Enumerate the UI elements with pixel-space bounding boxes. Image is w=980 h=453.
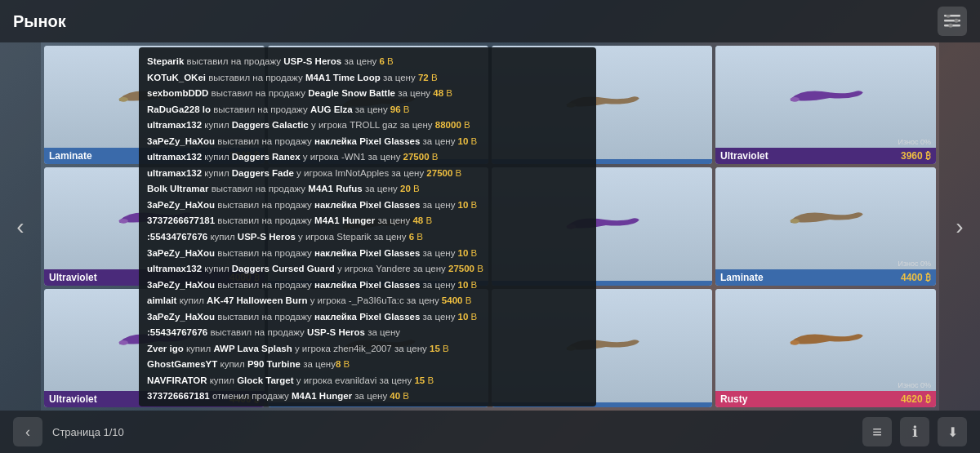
log-suffix: за цену — [368, 152, 403, 162]
footer-download-button[interactable]: ⬇ — [938, 417, 967, 446]
log-currency: В — [452, 168, 461, 178]
log-currency: В — [400, 391, 409, 401]
card-footer: Rusty 4620 ₿ — [715, 391, 936, 407]
log-item: M4A1 Hunger — [314, 215, 375, 225]
log-action: купил — [204, 120, 231, 130]
svg-point-14 — [118, 340, 127, 345]
log-currency: В — [440, 344, 449, 353]
svg-point-13 — [790, 219, 799, 224]
log-price: 15 — [430, 344, 440, 353]
activity-log[interactable]: Steparik выставил на продажу USP-S Heros… — [139, 47, 596, 406]
log-suffix: за цену — [374, 232, 409, 242]
log-entry: NAVFIRATOR купил Glock Target у игрока e… — [147, 373, 588, 389]
log-action: купил — [210, 375, 237, 385]
log-price: 20 — [400, 184, 411, 193]
log-action: выставил на продажу — [212, 88, 309, 98]
log-price: 10 — [458, 136, 469, 146]
card-price: 3960 ₿ — [901, 150, 931, 162]
log-price: 27500 — [448, 264, 474, 273]
log-entry: 3737266677181 выставил на продажу M4A1 H… — [147, 213, 588, 229]
log-entry: Steparik выставил на продажу USP-S Heros… — [147, 54, 588, 70]
log-price: 40 — [390, 391, 400, 401]
log-currency: В — [443, 88, 452, 98]
log-middle: у игрока Steparik — [298, 232, 371, 242]
prev-arrow[interactable]: ‹ — [0, 42, 41, 411]
log-actor: 373726667181 — [147, 391, 210, 401]
log-suffix: за цену — [383, 73, 418, 82]
log-price: 5400 — [442, 295, 463, 305]
log-currency: В — [401, 104, 410, 114]
log-action: выставил на продажу — [187, 56, 284, 66]
log-item: M4A1 Hunger — [292, 391, 352, 401]
footer-right: ≡ ℹ ⬇ — [862, 417, 967, 446]
footer: ‹ Страница 1/10 ≡ ℹ ⬇ — [0, 411, 980, 453]
log-item: USP-S Heros — [307, 327, 365, 337]
log-action: купил — [204, 264, 231, 273]
log-actor: 3737266677181 — [147, 215, 215, 225]
market-card[interactable]: Износ 0% Laminate 4400 ₿ — [715, 167, 936, 286]
log-actor: NAVFIRATOR — [147, 375, 207, 385]
log-suffix: за цену — [365, 184, 400, 193]
log-entry: sexbombDDD выставил на продажу Deagle Sn… — [147, 86, 588, 102]
log-price: 15 — [414, 375, 425, 385]
market-card[interactable]: Износ 0% Rusty 4620 ₿ — [715, 289, 936, 407]
log-suffix: за цену — [423, 200, 458, 210]
log-price: 10 — [458, 280, 469, 290]
log-item: наклейка Pixel Glasses — [314, 200, 420, 210]
log-actor: ultramax132 — [147, 152, 202, 162]
header-filter-button[interactable] — [938, 7, 967, 36]
log-currency: В — [411, 184, 420, 193]
knife-image — [742, 82, 910, 113]
footer-prev-button[interactable]: ‹ — [13, 417, 42, 446]
svg-point-5 — [949, 24, 953, 28]
log-item: AWP Lava Splash — [213, 344, 292, 353]
card-name: Ultraviolet — [720, 150, 768, 162]
log-suffix: за цену — [391, 168, 426, 178]
log-actor: ultramax132 — [147, 168, 202, 178]
log-item: Daggers Fade — [232, 168, 294, 178]
market-card[interactable]: Износ 0% Ultraviolet 3960 ₿ — [715, 46, 936, 164]
log-entry: KOTuK_OKei выставил на продажу M4A1 Time… — [147, 70, 588, 87]
log-item: M4A1 Rufus — [308, 184, 362, 193]
log-middle: у игрока -WN1 — [303, 152, 366, 162]
log-entry: 3aPeZy_HaXou выставил на продажу наклейк… — [147, 278, 588, 294]
log-item: наклейка Pixel Glasses — [314, 136, 420, 146]
log-entry: :55434767676 выставил на продажу USP-S H… — [147, 325, 588, 341]
log-actor: ultramax132 — [147, 264, 202, 273]
log-middle: у игрока Yandere — [337, 264, 411, 273]
log-actor: RaDuGa228 lo — [147, 104, 211, 114]
log-item: P90 Turbine — [247, 359, 301, 369]
log-action: отменил продажу — [212, 391, 292, 401]
log-suffix: за цену — [423, 248, 458, 258]
log-action: купил — [220, 359, 247, 369]
log-actor: 3aPeZy_HaXou — [147, 136, 215, 146]
log-item: AK-47 Halloween Burn — [207, 295, 307, 305]
card-wear: Износ 0% — [898, 381, 931, 389]
log-actor: Steparik — [147, 56, 184, 66]
header: Рынок — [0, 0, 980, 42]
log-action: выставил на продажу — [217, 200, 314, 210]
footer-info-button[interactable]: ℹ — [900, 417, 929, 446]
log-price: 10 — [458, 248, 469, 258]
log-currency: В — [468, 280, 477, 290]
log-entry: 3aPeZy_HaXou выставил на продажу наклейк… — [147, 309, 588, 326]
log-entry: :55434767676 купил USP-S Heros у игрока … — [147, 229, 588, 246]
log-action: выставил на продажу — [212, 184, 309, 193]
log-middle: у игрока ImNotApples — [296, 168, 389, 178]
card-name: Ultraviolet — [49, 272, 97, 283]
log-action: купил — [186, 344, 213, 353]
log-suffix: за цену — [379, 375, 414, 385]
footer-filter-button[interactable]: ≡ — [862, 417, 892, 446]
log-entry: Bolk Ultramar выставил на продажу M4A1 R… — [147, 181, 588, 198]
log-item: наклейка Pixel Glasses — [314, 248, 420, 258]
next-arrow[interactable]: › — [939, 42, 980, 411]
log-actor: GhostGamesYT — [147, 359, 217, 369]
footer-prev-icon: ‹ — [25, 424, 30, 441]
log-currency: В — [474, 264, 483, 273]
log-actor: ultramax132 — [147, 120, 202, 130]
log-item: наклейка Pixel Glasses — [314, 312, 420, 322]
log-currency: В — [385, 56, 394, 66]
log-action: купил — [204, 152, 231, 162]
log-item: Daggers Galactic — [232, 120, 309, 130]
log-suffix: за цену — [423, 136, 458, 146]
